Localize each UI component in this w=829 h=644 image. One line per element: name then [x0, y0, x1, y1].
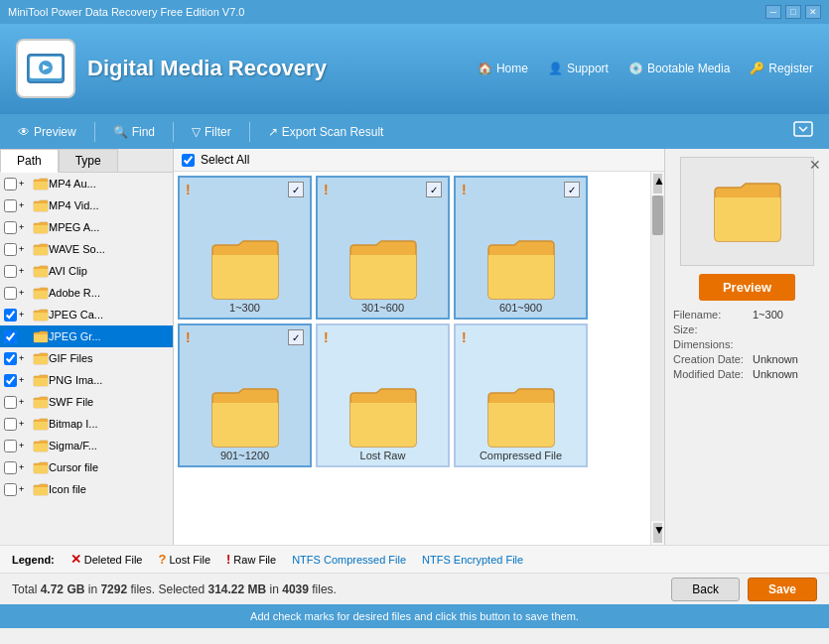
- nav-register[interactable]: 🔑 Register: [750, 62, 813, 75]
- status-buttons: Back Save: [671, 578, 817, 601]
- tree-checkbox[interactable]: [4, 178, 17, 191]
- tree-checkbox[interactable]: [4, 418, 17, 431]
- file-info: Filename: 1~300 Size: Dimensions: Creati…: [673, 309, 821, 383]
- grid-item[interactable]: !✓901~1200: [178, 323, 312, 467]
- tree-checkbox[interactable]: [4, 483, 17, 496]
- tree-item[interactable]: +SWF File: [0, 391, 173, 413]
- tree-item[interactable]: +JPEG Ca...: [0, 304, 173, 325]
- grid-item-checkbox[interactable]: ✓: [564, 182, 580, 197]
- filter-button[interactable]: ▽ Filter: [182, 121, 241, 143]
- tree-item[interactable]: +MP4 Vid...: [0, 194, 173, 216]
- tree-item[interactable]: +GIF Files: [0, 347, 173, 369]
- preview-button[interactable]: 👁 Preview: [8, 121, 86, 143]
- tree-item[interactable]: +Bitmap I...: [0, 413, 173, 435]
- grid-item[interactable]: !Lost Raw: [316, 323, 450, 467]
- ntfs-encrypted-label: NTFS Encrypted File: [422, 554, 523, 566]
- tree-item[interactable]: +MP4 Au...: [0, 173, 173, 194]
- grid-item[interactable]: !Compressed File: [454, 323, 588, 467]
- expand-icon: +: [19, 244, 31, 254]
- expand-icon: +: [19, 310, 31, 320]
- grid-item[interactable]: !✓301~600: [316, 176, 450, 320]
- tree-label: WAVE So...: [49, 243, 105, 255]
- nav-bootable[interactable]: 💿 Bootable Media: [628, 62, 730, 75]
- filter-icon: ▽: [192, 125, 201, 139]
- grid-item-checkbox[interactable]: ✓: [288, 182, 304, 197]
- toolbar-separator-2: [173, 122, 174, 142]
- status-text: Total 4.72 GB in 7292 files. Selected 31…: [12, 582, 337, 596]
- preview-action-button[interactable]: Preview: [699, 274, 795, 301]
- tree-checkbox[interactable]: [4, 265, 17, 278]
- tree-item[interactable]: +WAVE So...: [0, 238, 173, 260]
- tree-item[interactable]: +Icon file: [0, 478, 173, 500]
- tree-item[interactable]: +PNG Ima...: [0, 369, 173, 391]
- tree-item[interactable]: +Adobe R...: [0, 282, 173, 304]
- scrollbar[interactable]: ▲ ▼: [650, 172, 664, 545]
- save-button[interactable]: Save: [748, 578, 817, 601]
- warning-icon: !: [462, 329, 467, 345]
- header: Digital Media Recovery 🏠 Home 👤 Support …: [0, 24, 829, 113]
- minimize-button[interactable]: ─: [765, 5, 781, 19]
- creation-value: Unknown: [753, 353, 798, 365]
- scroll-track[interactable]: [651, 195, 664, 521]
- dimensions-row: Dimensions:: [673, 338, 821, 350]
- tree-checkbox[interactable]: [4, 199, 17, 212]
- nav-support[interactable]: 👤 Support: [548, 62, 609, 75]
- expand-icon: +: [19, 353, 31, 363]
- tree-checkbox[interactable]: [4, 374, 17, 387]
- creation-row: Creation Date: Unknown: [673, 353, 821, 365]
- folder-icon: [33, 287, 49, 300]
- export-button[interactable]: ↗ Export Scan Result: [258, 121, 394, 143]
- tree-item[interactable]: JPEG Gr...: [0, 325, 173, 347]
- close-button[interactable]: ✕: [805, 5, 821, 19]
- lost-label: Lost File: [169, 554, 210, 566]
- expand-icon: +: [19, 179, 31, 189]
- bootable-icon: 💿: [628, 62, 643, 75]
- grid-item-checkbox[interactable]: ✓: [288, 329, 304, 345]
- tree-item[interactable]: +MPEG A...: [0, 216, 173, 238]
- folder-large-icon: [486, 237, 556, 302]
- nav-home[interactable]: 🏠 Home: [478, 62, 528, 75]
- grid-item[interactable]: !✓1~300: [178, 176, 312, 320]
- tree-checkbox[interactable]: [4, 396, 17, 409]
- tree-label: Icon file: [49, 483, 86, 495]
- toolbar-separator-3: [249, 122, 250, 142]
- tree-list: +MP4 Au...+MP4 Vid...+MPEG A...+WAVE So.…: [0, 173, 173, 543]
- export-icon: ↗: [268, 125, 278, 139]
- grid-item[interactable]: !✓601~900: [454, 176, 588, 320]
- tab-type[interactable]: Type: [59, 149, 118, 172]
- expand-icon: +: [19, 462, 31, 472]
- tree-checkbox[interactable]: [4, 352, 17, 365]
- folder-large-icon: [348, 385, 418, 450]
- legend-title: Legend:: [12, 554, 55, 566]
- scroll-down[interactable]: ▼: [653, 523, 662, 543]
- raw-icon: !: [226, 552, 230, 567]
- maximize-button[interactable]: □: [785, 5, 801, 19]
- tree-checkbox[interactable]: [4, 221, 17, 234]
- tab-path[interactable]: Path: [0, 149, 59, 173]
- tree-item[interactable]: +Cursor file: [0, 456, 173, 478]
- scroll-thumb[interactable]: [652, 195, 663, 235]
- modified-row: Modified Date: Unknown: [673, 368, 821, 380]
- tree-checkbox[interactable]: [4, 440, 17, 452]
- tree-item[interactable]: +Sigma/F...: [0, 435, 173, 456]
- tree-checkbox[interactable]: [4, 287, 17, 300]
- tree-checkbox[interactable]: [4, 461, 17, 474]
- expand-icon: +: [19, 200, 31, 210]
- tree-checkbox[interactable]: [4, 330, 17, 343]
- tree-label: Sigma/F...: [49, 440, 97, 451]
- lost-icon: ?: [158, 552, 166, 567]
- tree-label: Bitmap I...: [49, 418, 98, 430]
- select-all-checkbox[interactable]: [182, 154, 195, 167]
- tree-checkbox[interactable]: [4, 243, 17, 256]
- tree-item[interactable]: +AVI Clip: [0, 260, 173, 282]
- tree-checkbox[interactable]: [4, 309, 17, 322]
- find-button[interactable]: 🔍 Find: [103, 121, 165, 143]
- grid-item-checkbox[interactable]: ✓: [426, 182, 442, 197]
- tree-label: GIF Files: [49, 352, 93, 364]
- toolbar-right-icon[interactable]: [785, 117, 821, 146]
- back-button[interactable]: Back: [671, 578, 740, 601]
- scroll-up[interactable]: ▲: [653, 174, 662, 193]
- close-preview-button[interactable]: ✕: [809, 157, 821, 173]
- folder-icon: [33, 483, 49, 496]
- toolbar-separator-1: [94, 122, 95, 142]
